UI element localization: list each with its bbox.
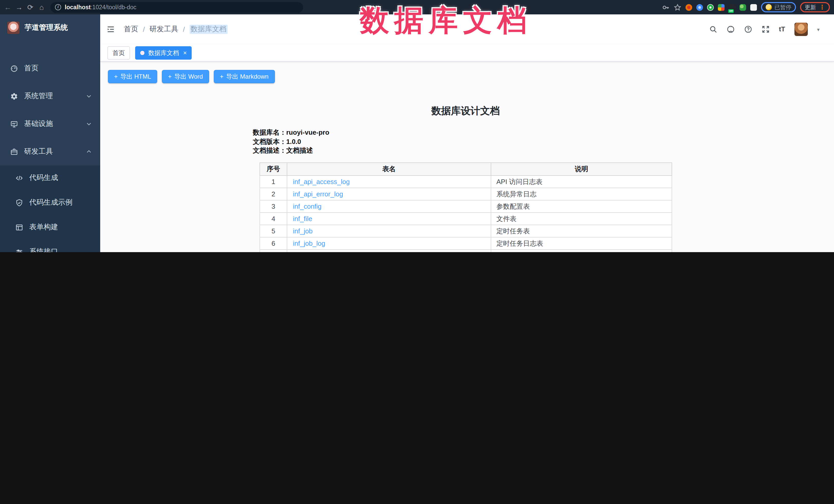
table-name-link[interactable]: inf_file [293, 215, 312, 223]
table-name-link[interactable]: inf_job [293, 227, 313, 235]
browser-menu-icon[interactable]: ⋮ [819, 4, 825, 10]
plus-icon: + [114, 73, 118, 80]
app-logo-row[interactable]: 芋道管理系统 [0, 15, 100, 41]
gear-icon [10, 92, 18, 100]
table-name-link[interactable]: inf_config [293, 202, 322, 210]
sidebar-item-label: 系统接口 [29, 247, 92, 252]
breadcrumb-separator: / [143, 25, 145, 34]
sidebar-item-label: 基础设施 [24, 119, 86, 129]
sidebar-item-form-builder[interactable]: 表单构建 [0, 215, 100, 240]
row-table-name-cell: sys_dept [287, 249, 491, 252]
breadcrumb-home[interactable]: 首页 [124, 25, 138, 34]
row-table-name-cell: inf_api_access_log [287, 176, 491, 188]
font-size-icon[interactable]: tT [779, 25, 785, 34]
meta-doc-desc: 文档描述：文档描述 [253, 146, 329, 155]
search-icon[interactable] [709, 25, 717, 34]
key-icon[interactable] [662, 3, 670, 11]
dashboard-icon [10, 65, 18, 72]
document-title: 数据库设计文档 [260, 104, 672, 118]
bookmark-star-icon[interactable] [674, 3, 681, 11]
browser-update-button[interactable]: 更新 ⋮ [800, 2, 830, 12]
extension-icon[interactable] [718, 4, 725, 10]
col-header-name: 表名 [287, 163, 491, 176]
browser-home-icon[interactable]: ⌂ [36, 0, 47, 15]
table-name-link[interactable]: sys_dept [293, 252, 320, 252]
row-description: 文件表 [491, 213, 672, 225]
row-description: API 访问日志表 [491, 176, 672, 188]
doc-table-body: 1inf_api_access_logAPI 访问日志表2inf_api_err… [260, 176, 672, 252]
table-row: 3inf_config参数配置表 [260, 200, 672, 213]
breadcrumb-separator: / [183, 25, 185, 34]
row-table-name-cell: inf_job [287, 225, 491, 237]
document-meta: 数据库名：ruoyi-vue-pro 文档版本：1.0.0 文档描述：文档描述 [253, 128, 329, 155]
meta-label: 数据库名： [253, 129, 286, 136]
row-index: 4 [260, 213, 287, 225]
address-bar[interactable]: i localhost:1024/tool/db-doc [50, 2, 303, 13]
fullscreen-icon[interactable] [761, 25, 769, 34]
sidebar-item-label: 系统管理 [24, 91, 86, 101]
url-path: :1024/tool/db-doc [91, 4, 136, 10]
table-row: 7sys_dept部门表 [260, 249, 672, 252]
url-host: localhost [65, 4, 91, 10]
extension-icon[interactable]: on [729, 4, 736, 10]
meta-doc-version: 文档版本：1.0.0 [253, 137, 329, 146]
chevron-down-icon [86, 93, 92, 99]
tab-close-icon[interactable]: × [183, 50, 187, 56]
tab-home[interactable]: 首页 [107, 46, 130, 60]
sidebar-item-codegen[interactable]: 代码生成 [0, 166, 100, 190]
tab-label: 首页 [112, 49, 125, 57]
meta-label: 文档描述： [253, 147, 286, 154]
export-markdown-button[interactable]: + 导出 Markdown [214, 70, 275, 83]
table-row: 5inf_job定时任务表 [260, 225, 672, 237]
row-table-name-cell: inf_config [287, 200, 491, 213]
monitor-icon [10, 120, 18, 128]
table-row: 2inf_api_error_log系统异常日志 [260, 188, 672, 200]
extension-icon[interactable] [696, 4, 703, 10]
sidebar-item-system-api[interactable]: 系统接口 [0, 240, 100, 252]
github-icon[interactable] [726, 25, 734, 34]
meta-value: 1.0.0 [286, 137, 301, 145]
extension-puzzle-icon[interactable] [750, 4, 757, 10]
sidebar: 芋道管理系统 首页 系统管理 基础设施 研发工具 [0, 15, 100, 252]
tab-db-doc[interactable]: 数据库文档 × [135, 46, 192, 60]
sidebar-submenu: 代码生成 代码生成示例 表单构建 系统接口 数据库文档 [0, 166, 100, 252]
row-description: 定时任务表 [491, 225, 672, 237]
row-index: 5 [260, 225, 287, 237]
help-icon[interactable] [744, 25, 752, 34]
main-content: + 导出 HTML + 导出 Word + 导出 Markdown 数据库设计文… [100, 62, 834, 252]
extension-icon[interactable] [685, 4, 692, 10]
table-name-link[interactable]: inf_api_error_log [293, 190, 343, 198]
user-menu-caret-icon[interactable]: ▾ [817, 26, 819, 32]
browser-forward-icon[interactable]: → [13, 0, 25, 15]
sidebar-item-infra[interactable]: 基础设施 [0, 110, 100, 138]
active-dot-icon [140, 51, 145, 55]
sidebar-item-system[interactable]: 系统管理 [0, 82, 100, 110]
site-info-icon[interactable]: i [55, 4, 61, 10]
form-icon [16, 223, 23, 231]
table-name-link[interactable]: inf_api_access_log [293, 178, 350, 185]
row-table-name-cell: inf_job_log [287, 237, 491, 249]
browser-toolbar: ← → ⟳ ⌂ i localhost:1024/tool/db-doc on … [0, 0, 834, 15]
extension-icon[interactable] [740, 4, 746, 10]
browser-reload-icon[interactable]: ⟳ [25, 0, 36, 15]
sidebar-item-label: 首页 [24, 64, 92, 73]
export-html-button[interactable]: + 导出 HTML [108, 70, 157, 83]
header-action-icons: tT ▾ [709, 15, 819, 44]
sidebar-menu: 首页 系统管理 基础设施 研发工具 代码生成 [0, 54, 100, 252]
sidebar-item-label: 表单构建 [29, 223, 92, 232]
row-index: 7 [260, 249, 287, 252]
browser-back-icon[interactable]: ← [2, 0, 13, 15]
user-avatar[interactable] [794, 23, 808, 36]
collapse-sidebar-icon[interactable] [106, 25, 115, 34]
meta-db-name: 数据库名：ruoyi-vue-pro [253, 128, 329, 137]
sidebar-item-home[interactable]: 首页 [0, 54, 100, 82]
paused-extension-badge[interactable]: 已暂停 [761, 2, 796, 12]
table-name-link[interactable]: inf_job_log [293, 240, 325, 247]
sidebar-item-devtools[interactable]: 研发工具 [0, 138, 100, 166]
export-word-button[interactable]: + 导出 Word [162, 70, 209, 83]
table-header-row: 序号 表名 说明 [260, 163, 672, 176]
extension-icon[interactable] [707, 4, 714, 10]
breadcrumb-devtools[interactable]: 研发工具 [150, 25, 178, 34]
sidebar-item-codegen-demo[interactable]: 代码生成示例 [0, 190, 100, 215]
row-index: 3 [260, 200, 287, 213]
